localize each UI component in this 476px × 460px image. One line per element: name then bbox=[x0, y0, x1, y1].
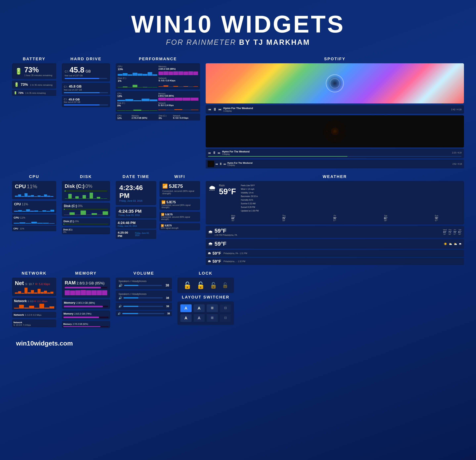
layout-widget: A A ⊞ ⊟ A A ⊞ ⊟ bbox=[178, 301, 234, 325]
disk-label-tiny: Disk (C:) bbox=[63, 228, 109, 231]
wifi-icon-tiny: 📶 bbox=[161, 224, 164, 227]
battery-section: BATTERY 🔋 73% 1 hour 35 minutes remainin… bbox=[12, 57, 56, 168]
wifi-ssid-med: 5JE75 bbox=[167, 200, 176, 204]
lock-icon-2[interactable]: 🔓 bbox=[196, 281, 205, 289]
cpu-widget-large: CPU 11% bbox=[12, 181, 56, 199]
spotify-prev-sm[interactable]: ⏮ bbox=[215, 162, 218, 166]
layout-item-1[interactable]: A bbox=[180, 304, 192, 312]
lock-icon-4[interactable]: 🔓 bbox=[222, 282, 228, 289]
wifi-widget-small: 📶 5JE75 Connected, secured (80% signal s… bbox=[160, 212, 200, 221]
page-title: WIN10 WIDGETS bbox=[0, 12, 476, 36]
network-widget-small: Network S: 0.3 R: 8.2 Mbps bbox=[12, 312, 56, 318]
volume-slider-large[interactable] bbox=[124, 285, 162, 286]
title-bold: WIDGETS bbox=[221, 11, 345, 38]
volume-slider-med[interactable] bbox=[124, 297, 163, 298]
volume-slider-sm[interactable] bbox=[123, 306, 163, 307]
layout-item-7[interactable]: ⊞ bbox=[207, 314, 218, 322]
weather-details: Feels Like 59°F Wind > 14 mph Visibility… bbox=[241, 184, 259, 213]
layout-item-2[interactable]: A bbox=[194, 304, 205, 312]
weather-fc-thu: Thu75°58° bbox=[259, 215, 308, 221]
perf-cpu-cell: CPU 13% bbox=[118, 65, 157, 76]
dt-date-med: Friday, June 03, 2016 bbox=[119, 214, 153, 216]
cpu-widget-medium: CPU 11% bbox=[12, 201, 56, 213]
mem-label-large: RAM bbox=[65, 280, 76, 285]
spotify-next-med[interactable]: ⏭ bbox=[218, 151, 221, 154]
dt-date-sm: Friday, June 03, 2016 bbox=[118, 225, 154, 227]
volume-num-med: 38 bbox=[164, 296, 169, 299]
layout-grid: A A ⊞ ⊟ A A ⊞ ⊟ bbox=[180, 304, 231, 322]
cpu-pct-tiny: 11% bbox=[20, 227, 24, 230]
wifi-icon-med: 📶 bbox=[162, 200, 165, 204]
battery-pct-medium: 73% bbox=[21, 83, 28, 86]
disk-pct-tiny: 0% bbox=[63, 231, 109, 233]
network-widget-medium: Network S: 0.3 R: 13.1 Mbps bbox=[12, 298, 56, 310]
weather-icon-med2: 🌧 bbox=[208, 241, 213, 247]
layout-item-4[interactable]: ⊟ bbox=[220, 304, 231, 312]
battery-widget-medium: 🔋 73% 1 hr 35 mins remaining bbox=[12, 81, 56, 89]
hd-drive-med: C:\ bbox=[64, 85, 67, 88]
layout-item-5[interactable]: A bbox=[180, 314, 192, 322]
wifi-section: WIFI 📶 5JE75 Connected, secured (80% sig… bbox=[160, 174, 200, 265]
net-label-tiny: Network bbox=[13, 321, 22, 324]
battery-section-title: BATTERY bbox=[12, 57, 56, 61]
spotify-next-sm[interactable]: ⏭ bbox=[223, 162, 226, 166]
perf-cpu-sm: CPU 12% bbox=[117, 115, 130, 119]
weather-widget-med1: 🌧 59°F 1:30 PM Philadelphia, PA Wed69°55… bbox=[206, 226, 464, 238]
weather-fc-sun: Sun79°67° bbox=[412, 215, 461, 221]
spotify-prev-icon[interactable]: ⏮ bbox=[208, 108, 211, 111]
weather-loc-med1: 1:30 PM Philadelphia, PA bbox=[214, 234, 237, 236]
disk-widget-large: Disk (C:) 0% bbox=[62, 181, 110, 201]
hd-widget-small: C:\ 45.8 GB free out of 237 GB bbox=[62, 96, 110, 107]
wifi-ssid-tiny: 5JE75 bbox=[165, 224, 172, 227]
hard-drive-section: HARD DRIVE C:\ 45.8 GB free out of 237 G… bbox=[62, 57, 110, 168]
cpu-label-sm: CPU bbox=[14, 216, 19, 219]
net-label-large: Net bbox=[15, 280, 24, 286]
volume-icon-large: 🔊 bbox=[119, 283, 122, 287]
wifi-ssid-large: 5JE75 bbox=[169, 183, 183, 189]
layout-item-6[interactable]: A bbox=[194, 314, 205, 322]
spotify-play-med[interactable]: ⏸ bbox=[212, 151, 216, 155]
hd-widget-medium: C:\ 45.8 GB free out of 237 GB bbox=[62, 83, 110, 95]
lock-icon-3[interactable]: 🔓 bbox=[210, 282, 217, 289]
layout-item-8[interactable]: ⊟ bbox=[220, 314, 231, 322]
dt-widget-medium: 4:24:35 PM Friday, June 03, 2016 bbox=[116, 207, 156, 218]
hd-free-med: free out of 237 GB bbox=[64, 89, 108, 91]
header: WIN10 WIDGETS FOR RAINMETER BY TJ MARKHA… bbox=[0, 0, 476, 53]
mem-bar-large bbox=[65, 287, 107, 289]
performance-section-title: PERFORMANCE bbox=[116, 57, 200, 61]
hd-drive-sm: C:\ bbox=[64, 98, 67, 101]
spotify-play-icon[interactable]: ⏸ bbox=[213, 107, 217, 112]
mem-label-sm: Memory bbox=[63, 312, 74, 315]
weather-widget-sm1: 🌧 59°F Philadelphia, PA - 1:31 PM bbox=[206, 250, 464, 257]
spotify-prev-med[interactable]: ⏮ bbox=[208, 151, 211, 154]
network-section-title: NETWORK bbox=[12, 271, 56, 276]
volume-icon-med: 🔊 bbox=[119, 296, 122, 299]
weather-fc-fri: Fri78°57° bbox=[310, 215, 359, 221]
wifi-section-title: WIFI bbox=[160, 174, 200, 179]
battery-widget-small: 🔋 73% 1 hr 35 mins remaining bbox=[12, 90, 56, 96]
volume-slider-tiny[interactable] bbox=[122, 313, 164, 314]
memory-widget-medium: Memory 2.9/3.3 GB (88%) bbox=[62, 299, 110, 309]
battery-pct-small: 73% bbox=[18, 91, 24, 94]
spotify-play-sm[interactable]: ⏸ bbox=[219, 162, 222, 166]
wifi-widget-tiny: 📶 5JE75 80% signal strength bbox=[160, 223, 200, 230]
weather-widget-med2: 🌧 59°F ☀️ ⛅ ⛅ 🌧 bbox=[206, 239, 464, 249]
cpu-pct-large: 11% bbox=[27, 183, 37, 189]
weather-temp-large: 59°F bbox=[219, 187, 236, 196]
spotify-next-icon[interactable]: ⏭ bbox=[219, 108, 222, 111]
network-widget-large: Net S: 10.7 R: 5.6 Kbps bbox=[12, 278, 56, 296]
cpu-section-title: CPU bbox=[12, 174, 56, 179]
disk-pct-large: 0% bbox=[85, 183, 92, 189]
weather-widget-sm2: 🌧 59°F Philadelphia... - 1:32 PM bbox=[206, 258, 464, 265]
spotify-track-med: Hymn For The Weekend bbox=[222, 150, 450, 153]
spotify-artist-large: Coldplay bbox=[223, 110, 450, 112]
lock-icon-1[interactable]: 🔓 bbox=[183, 281, 192, 289]
layout-item-3[interactable]: ⊞ bbox=[207, 304, 218, 312]
weather-loc-sm2: Philadelphia... - 1:32 PM bbox=[223, 260, 245, 263]
volume-widget-medium: Speakers / Headphones 🔊 38 bbox=[116, 290, 172, 301]
wifi-icon-sm: 📶 bbox=[161, 213, 164, 216]
battery-pct-large: 73% bbox=[24, 66, 52, 74]
hd-size-med: 45.8 GB bbox=[69, 85, 82, 89]
spotify-small-bar: ⏮ ⏸ ⏭ Hymn For The Weekend Coldplay 2:52… bbox=[206, 160, 464, 168]
network-section: NETWORK Net S: 10.7 R: 5.6 Kbps Network … bbox=[12, 271, 56, 330]
